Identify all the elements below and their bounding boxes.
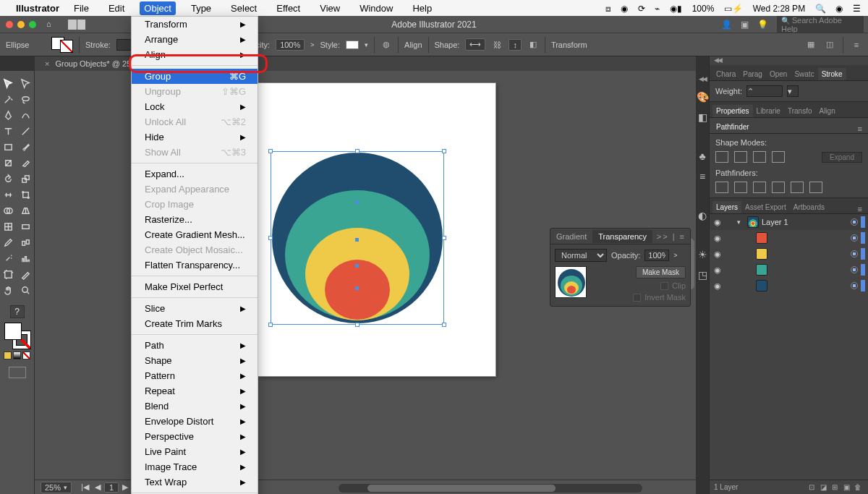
menu-window[interactable]: Window [355,1,397,15]
control-center-icon[interactable]: ☰ [853,4,861,14]
shape-height-input[interactable]: ↕ [509,39,522,51]
target-icon[interactable] [851,266,858,273]
draw-mode-toggle[interactable] [9,367,26,378]
dropbox-icon[interactable]: ⧈ [605,4,611,14]
pathfinder-menu-icon[interactable]: ≡ [855,124,865,133]
selection-bounding-box[interactable] [271,151,444,325]
menu-item-perspective[interactable]: Perspective▶ [132,429,258,444]
menu-view[interactable]: View [315,1,344,15]
blend-mode-select[interactable]: Normal [555,249,607,262]
workspace-switcher[interactable] [68,20,85,30]
menu-item-flatten-transparency[interactable]: Flatten Transparency... [132,257,258,273]
zoom-window-button[interactable] [29,21,36,28]
blend-tool[interactable] [17,234,35,250]
close-window-button[interactable] [6,21,13,28]
target-icon[interactable] [851,250,858,257]
menu-item-create-trim-marks[interactable]: Create Trim Marks [132,316,258,331]
next-artboard-icon[interactable]: ▶ [120,482,130,493]
menu-select[interactable]: Select [226,1,261,15]
new-sublayer-icon[interactable]: ⊞ [829,483,841,491]
type-tool[interactable] [0,123,17,139]
layer-row[interactable]: ◉ [710,246,868,262]
symbol-sprayer-tool[interactable] [0,250,17,266]
handle-tr[interactable] [442,149,446,153]
pen-tool[interactable] [0,107,17,123]
tab-opentype[interactable]: Open [766,68,791,80]
help-search-input[interactable]: Search Adobe Help [777,14,864,35]
menu-file[interactable]: File [69,1,93,15]
menu-help[interactable]: Help [408,1,436,15]
tab-pathfinder[interactable]: Pathfinder [712,121,753,133]
column-graph-tool[interactable] [17,250,35,266]
exclude-icon[interactable] [772,151,785,163]
visibility-toggle[interactable]: ◉ [712,281,723,291]
curvature-tool[interactable] [17,107,35,123]
close-tab-icon[interactable]: × [45,59,49,68]
tab-asset-export[interactable]: Asset Export [741,201,790,213]
color-guide-icon[interactable]: ◧ [698,111,707,123]
menu-item-path[interactable]: Path▶ [132,338,258,353]
selection-indicator[interactable] [861,280,865,291]
first-artboard-icon[interactable]: |◀ [79,482,91,493]
delete-layer-icon[interactable]: 🗑 [852,483,864,491]
edit-toolbar-button[interactable]: ? [10,305,25,318]
trim-icon[interactable] [734,182,747,193]
menu-item-expand[interactable]: Expand... [132,166,258,182]
tab-layers[interactable]: Layers [712,201,741,213]
menu-item-make-pixel-perfect[interactable]: Make Pixel Perfect [132,279,258,294]
shape-width-input[interactable]: ⟷ [465,38,485,51]
lasso-tool[interactable] [17,91,35,107]
minus-back-icon[interactable] [809,182,822,193]
home-icon[interactable]: ⌂ [46,20,58,30]
menu-item-live-paint[interactable]: Live Paint▶ [132,444,258,459]
shaper-tool[interactable] [0,155,17,171]
slice-tool[interactable] [17,266,35,282]
symbols-icon[interactable]: ♣ [699,150,705,162]
menu-item-transform[interactable]: Transform▶ [132,17,258,32]
target-icon[interactable] [851,282,858,289]
shape-builder-tool[interactable] [0,203,17,218]
menu-item-slice[interactable]: Slice▶ [132,301,258,316]
new-layer-icon[interactable]: ▣ [841,483,852,491]
menu-effect[interactable]: Effect [272,1,305,15]
zoom-tool[interactable] [17,282,35,298]
horizontal-scrollbar[interactable] [339,484,642,493]
menu-item-rasterize[interactable]: Rasterize... [132,212,258,227]
menu-item-image-trace[interactable]: Image Trace▶ [132,459,258,474]
hand-tool[interactable] [0,282,17,298]
menu-item-lock[interactable]: Lock▶ [132,99,258,114]
tab-paragraph[interactable]: Parag [739,68,766,80]
dock-collapse-icon[interactable]: ◀◀ [710,56,868,65]
make-clipping-mask-icon[interactable]: ◪ [817,483,829,491]
artboard-tool[interactable] [0,266,17,282]
prev-artboard-icon[interactable]: ◀ [93,482,103,493]
mesh-tool[interactable] [0,218,17,234]
color-panel-icon[interactable]: 🎨 [697,91,709,103]
paintbrush-tool[interactable] [17,139,35,155]
handle-tl[interactable] [268,149,273,153]
width-tool[interactable] [0,187,17,203]
merge-icon[interactable] [753,182,766,193]
layer-row-top[interactable]: ◉ ▾ Layer 1 [710,214,868,230]
intersect-icon[interactable] [753,151,766,163]
make-mask-button[interactable]: Make Mask [636,266,686,278]
visibility-toggle[interactable]: ◉ [712,265,723,275]
graphic-style-swatch[interactable] [346,41,359,49]
selection-indicator[interactable] [861,216,865,228]
appearance-icon[interactable]: ☀ [698,249,707,260]
cc-icon[interactable]: ◉ [621,4,628,14]
eraser-tool[interactable] [17,155,35,171]
line-tool[interactable] [17,123,35,139]
selection-indicator[interactable] [861,264,865,276]
tab-gradient[interactable]: Gradient [550,230,592,243]
menu-item-shape[interactable]: Shape▶ [132,353,258,368]
tab-transform[interactable]: Transfo [784,105,816,117]
clock[interactable]: Wed 2:28 PM [753,4,805,14]
artboard-number[interactable]: 1 [104,482,119,493]
gpu-icon[interactable]: 💡 [757,20,768,30]
weight-input[interactable]: ⌃ [746,85,783,97]
layer-row[interactable]: ◉ [710,230,868,246]
tab-align[interactable]: Align [815,105,838,117]
zoom-select[interactable]: 25%▾ [41,482,72,493]
bluetooth-icon[interactable]: ⌁ [655,4,660,14]
